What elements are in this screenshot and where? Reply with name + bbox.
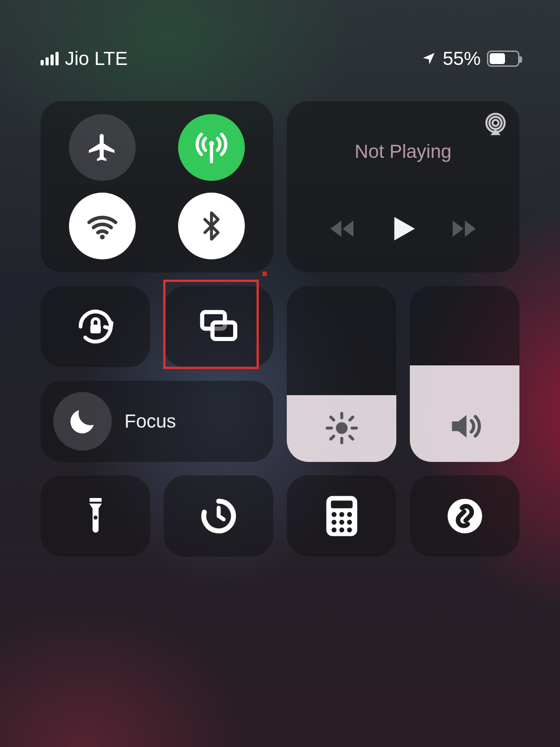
shazam-button[interactable] (410, 475, 519, 557)
location-icon (421, 51, 436, 66)
status-right: 55% (421, 48, 519, 69)
svg-point-1 (100, 235, 105, 239)
focus-circle (53, 392, 112, 451)
calculator-icon (324, 494, 359, 538)
antenna-icon (193, 129, 230, 166)
svg-rect-10 (89, 502, 101, 503)
media-controls (299, 211, 507, 260)
cellular-data-button[interactable] (178, 114, 245, 181)
svg-point-19 (331, 527, 336, 532)
battery-icon (487, 51, 519, 67)
svg-point-8 (336, 422, 348, 434)
rotation-lock-icon (73, 304, 118, 349)
svg-point-21 (347, 527, 352, 532)
shazam-icon (444, 495, 486, 537)
flashlight-icon (78, 493, 114, 539)
svg-point-18 (347, 520, 352, 525)
svg-point-17 (339, 520, 344, 525)
svg-point-0 (209, 141, 214, 146)
svg-point-14 (339, 512, 344, 517)
bluetooth-button[interactable] (178, 193, 245, 259)
play-button[interactable] (386, 211, 421, 246)
svg-rect-12 (331, 501, 353, 508)
calculator-button[interactable] (287, 475, 396, 557)
status-bar: Jio LTE 55% (0, 45, 560, 72)
rotation-lock-button[interactable] (41, 286, 150, 367)
timer-button[interactable] (164, 475, 273, 557)
next-track-button[interactable] (447, 212, 480, 245)
airplane-icon (86, 131, 119, 164)
brightness-fill (287, 395, 396, 462)
wifi-icon (85, 208, 120, 244)
bluetooth-icon (196, 210, 227, 242)
status-left: Jio LTE (41, 48, 128, 69)
svg-point-9 (93, 516, 97, 520)
battery-percent: 55% (443, 48, 481, 69)
airplane-mode-button[interactable] (69, 114, 136, 181)
screen-mirroring-icon (194, 302, 243, 351)
svg-point-16 (331, 520, 336, 525)
svg-rect-7 (212, 323, 235, 339)
speaker-icon (445, 407, 484, 446)
screen-mirroring-button[interactable] (164, 286, 273, 367)
svg-point-22 (447, 499, 482, 534)
volume-slider[interactable] (410, 286, 519, 462)
focus-label: Focus (124, 410, 176, 432)
annotation-dot (262, 272, 267, 276)
signal-strength-icon (41, 52, 59, 65)
flashlight-button[interactable] (41, 475, 150, 557)
focus-button[interactable]: Focus (41, 381, 273, 462)
moon-icon (66, 405, 99, 438)
svg-point-2 (492, 120, 499, 126)
svg-point-15 (347, 512, 352, 517)
previous-track-button[interactable] (326, 212, 359, 245)
now-playing-title: Not Playing (299, 141, 507, 162)
svg-point-3 (490, 117, 502, 129)
brightness-icon (324, 410, 359, 446)
wifi-button[interactable] (69, 193, 136, 259)
brightness-slider[interactable] (287, 286, 396, 462)
svg-point-20 (339, 527, 344, 532)
volume-fill (410, 365, 519, 462)
airplay-icon[interactable] (483, 113, 508, 137)
control-center: Not Playing (41, 101, 519, 557)
carrier-label: Jio LTE (65, 48, 128, 69)
connectivity-panel[interactable] (41, 101, 273, 272)
timer-icon (199, 496, 239, 536)
svg-point-13 (331, 512, 336, 517)
media-panel[interactable]: Not Playing (287, 101, 519, 272)
